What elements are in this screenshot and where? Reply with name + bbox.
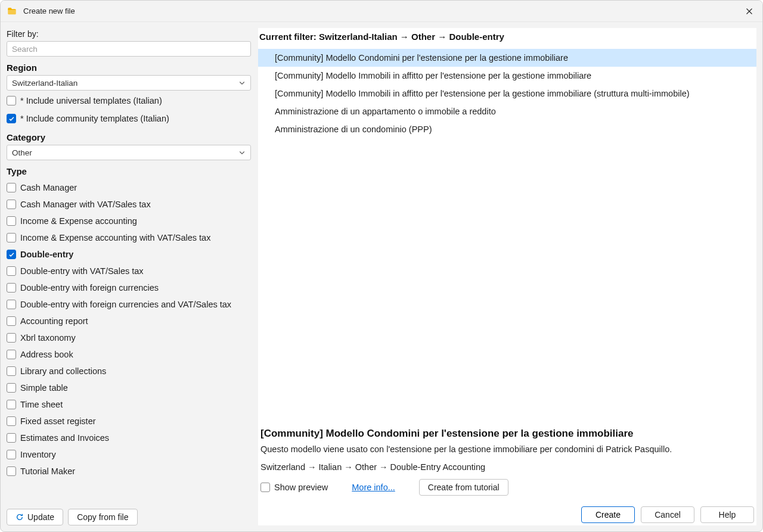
window-title: Create new file — [23, 7, 742, 15]
include-universal-label: * Include universal templates (Italian) — [20, 96, 162, 105]
type-checkbox[interactable]: Library and collections — [7, 363, 251, 379]
include-community-label: * Include community templates (Italian) — [20, 114, 169, 123]
checkbox-icon — [7, 383, 16, 393]
type-checkbox[interactable]: Accounting report — [7, 313, 251, 329]
close-icon — [746, 8, 753, 15]
template-item[interactable]: Amministrazione di un appartamento o imm… — [258, 102, 756, 120]
category-heading: Category — [7, 132, 251, 142]
show-preview-checkbox[interactable]: Show preview — [260, 480, 328, 495]
type-checkbox[interactable]: Fixed asset register — [7, 413, 251, 429]
template-item[interactable]: Amministrazione di un condominio (PPP) — [258, 120, 756, 138]
titlebar: Create new file — [1, 1, 762, 22]
type-label: Income & Expense accounting — [20, 216, 137, 226]
checkbox-icon — [7, 350, 16, 359]
type-checkbox[interactable]: Cash Manager — [7, 180, 251, 195]
dialog-footer-buttons: Create Cancel Help — [260, 506, 754, 523]
checkbox-icon — [7, 96, 16, 105]
category-select-value: Other — [12, 148, 32, 157]
type-label: Income & Expense accounting with VAT/Sal… — [20, 233, 210, 242]
checkbox-icon — [7, 300, 16, 309]
type-checkbox[interactable]: Inventory — [7, 447, 251, 462]
type-label: Time sheet — [20, 400, 63, 409]
filter-by-label: Filter by: — [7, 29, 251, 39]
type-heading: Type — [7, 166, 251, 176]
category-select[interactable]: Other — [7, 145, 251, 160]
copy-from-file-button[interactable]: Copy from file — [68, 509, 137, 525]
checkbox-icon — [7, 400, 16, 409]
create-button[interactable]: Create — [581, 506, 635, 523]
region-select-value: Switzerland-Italian — [12, 79, 77, 88]
checkbox-icon — [7, 466, 16, 476]
type-label: Double-entry with foreign currencies and… — [20, 300, 231, 309]
include-universal-checkbox[interactable]: * Include universal templates (Italian) — [7, 93, 251, 108]
checkbox-icon — [7, 450, 16, 459]
checkbox-icon — [260, 483, 270, 492]
detail-title: [Community] Modello Condomini per l'este… — [260, 428, 754, 440]
create-from-tutorial-button[interactable]: Create from tutorial — [419, 479, 508, 496]
type-checkbox[interactable]: Double-entry with VAT/Sales tax — [7, 263, 251, 279]
region-select[interactable]: Switzerland-Italian — [7, 75, 251, 91]
search-input[interactable] — [7, 41, 251, 57]
type-label: Cash Manager with VAT/Sales tax — [20, 200, 151, 209]
template-item[interactable]: [Community] Modello Immobili in affitto … — [258, 85, 756, 102]
type-label: Cash Manager — [20, 183, 77, 192]
type-checkbox[interactable]: Income & Expense accounting — [7, 213, 251, 229]
dialog-window: Create new file Filter by: Region Switze… — [0, 0, 763, 532]
checkbox-icon — [7, 233, 16, 242]
type-checkbox[interactable]: Address book — [7, 347, 251, 362]
checkbox-icon — [7, 366, 16, 376]
checkbox-checked-icon — [7, 114, 16, 123]
cancel-button[interactable]: Cancel — [641, 506, 694, 523]
detail-pane: [Community] Modello Condomini per l'este… — [258, 423, 756, 525]
more-info-link[interactable]: More info... — [352, 483, 395, 492]
checkbox-icon — [7, 333, 16, 343]
type-checkbox[interactable]: Estimates and Invoices — [7, 430, 251, 446]
checkbox-icon — [7, 216, 16, 226]
type-label: Fixed asset register — [20, 416, 96, 426]
checkbox-icon — [7, 416, 16, 426]
type-list: Cash ManagerCash Manager with VAT/Sales … — [7, 180, 251, 503]
checkbox-icon — [7, 183, 16, 192]
detail-breadcrumb: Switzerland → Italian → Other → Double-E… — [260, 462, 754, 472]
update-button[interactable]: Update — [7, 509, 63, 525]
region-heading: Region — [7, 63, 251, 73]
checkbox-icon — [7, 266, 16, 276]
template-list: [Community] Modello Condomini per l'este… — [258, 49, 756, 423]
template-item[interactable]: [Community] Modello Immobili in affitto … — [258, 67, 756, 85]
sidebar: Filter by: Region Switzerland-Italian * … — [7, 28, 251, 525]
current-filter-label: Current filter: Switzerland-Italian → Ot… — [258, 28, 756, 49]
type-checkbox[interactable]: Income & Expense accounting with VAT/Sal… — [7, 230, 251, 245]
type-checkbox[interactable]: Cash Manager with VAT/Sales tax — [7, 197, 251, 212]
type-label: Double-entry with VAT/Sales tax — [20, 266, 144, 276]
detail-description: Questo modello viene usato con l'estensi… — [260, 444, 754, 454]
template-item[interactable]: [Community] Modello Condomini per l'este… — [258, 49, 756, 67]
help-button[interactable]: Help — [700, 506, 754, 523]
type-checkbox[interactable]: Double-entry with foreign currencies and… — [7, 297, 251, 312]
refresh-icon — [15, 513, 24, 521]
checkbox-checked-icon — [7, 250, 16, 259]
checkbox-icon — [7, 283, 16, 293]
chevron-down-icon — [238, 79, 246, 86]
checkbox-icon — [7, 316, 16, 326]
type-label: Inventory — [20, 450, 56, 459]
type-label: Library and collections — [20, 366, 106, 376]
close-button[interactable] — [742, 4, 756, 18]
app-icon — [7, 6, 17, 17]
type-checkbox[interactable]: Simple table — [7, 380, 251, 396]
type-label: Estimates and Invoices — [20, 433, 109, 443]
show-preview-label: Show preview — [274, 483, 328, 492]
type-label: Simple table — [20, 383, 68, 393]
type-checkbox[interactable]: Time sheet — [7, 397, 251, 412]
type-label: Double-entry with foreign currencies — [20, 283, 159, 293]
update-button-label: Update — [27, 512, 54, 522]
main-pane: Current filter: Switzerland-Italian → Ot… — [258, 28, 756, 525]
type-checkbox[interactable]: Double-entry with foreign currencies — [7, 280, 251, 295]
type-checkbox[interactable]: Tutorial Maker — [7, 463, 251, 479]
type-label: Tutorial Maker — [20, 466, 75, 476]
include-community-checkbox[interactable]: * Include community templates (Italian) — [7, 111, 251, 126]
type-checkbox[interactable]: Double-entry — [7, 247, 251, 262]
type-checkbox[interactable]: Xbrl taxonomy — [7, 330, 251, 346]
type-label: Double-entry — [20, 250, 73, 259]
copy-from-file-label: Copy from file — [77, 512, 128, 522]
type-label: Xbrl taxonomy — [20, 333, 76, 343]
